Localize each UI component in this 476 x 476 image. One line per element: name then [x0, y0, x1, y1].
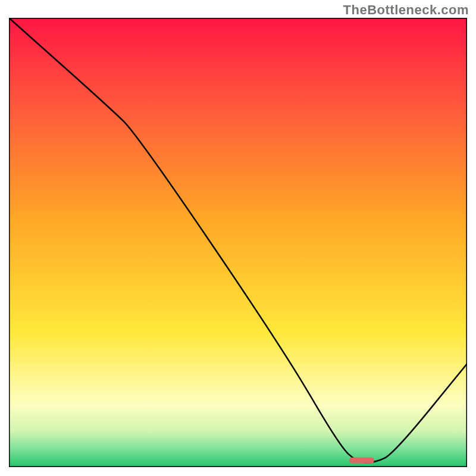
chart-background	[9, 18, 467, 467]
chart-marker-pill	[349, 458, 374, 464]
chart-svg	[9, 18, 467, 467]
chart-plot-area	[9, 18, 467, 467]
watermark-text: TheBottleneck.com	[343, 2, 469, 18]
